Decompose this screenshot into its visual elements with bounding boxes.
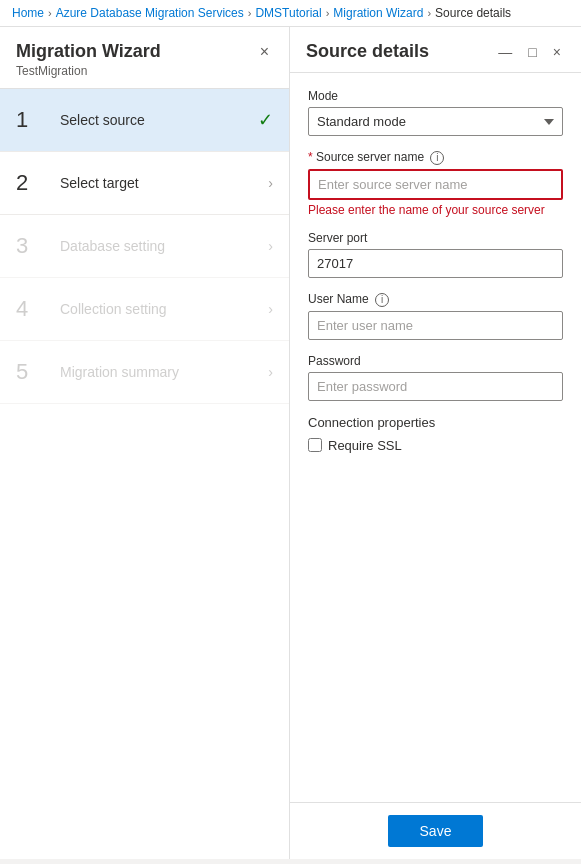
breadcrumb-current: Source details — [435, 6, 511, 20]
wizard-title: Migration Wizard — [16, 41, 161, 62]
step-2-number: 2 — [16, 170, 48, 196]
breadcrumb-wizard[interactable]: Migration Wizard — [333, 6, 423, 20]
header-actions: — □ × — [494, 42, 565, 62]
step-5-label: Migration summary — [60, 364, 260, 380]
password-label: Password — [308, 354, 563, 368]
step-1-number: 1 — [16, 107, 48, 133]
step-5: 5 Migration summary › — [0, 341, 289, 404]
step-1-label: Select source — [60, 112, 250, 128]
wizard-steps: 1 Select source ✓ 2 Select target › 3 Da… — [0, 89, 289, 859]
breadcrumb-home[interactable]: Home — [12, 6, 44, 20]
connection-props-label: Connection properties — [308, 415, 563, 430]
breadcrumb-tutorial[interactable]: DMSTutorial — [255, 6, 321, 20]
username-input[interactable] — [308, 311, 563, 340]
minimize-button[interactable]: — — [494, 42, 516, 62]
step-3-number: 3 — [16, 233, 48, 259]
server-port-input[interactable] — [308, 249, 563, 278]
maximize-button[interactable]: □ — [524, 42, 540, 62]
server-port-group: Server port — [308, 231, 563, 278]
ssl-label: Require SSL — [328, 438, 402, 453]
right-header: Source details — □ × — [290, 27, 581, 73]
breadcrumb: Home › Azure Database Migration Services… — [0, 0, 581, 27]
step-3-arrow-icon: › — [268, 238, 273, 254]
step-4: 4 Collection setting › — [0, 278, 289, 341]
step-3: 3 Database setting › — [0, 215, 289, 278]
right-panel: Source details — □ × Mode Standard mode … — [290, 27, 581, 859]
mode-label: Mode — [308, 89, 563, 103]
step-2-label: Select target — [60, 175, 260, 191]
step-4-label: Collection setting — [60, 301, 260, 317]
server-port-label: Server port — [308, 231, 563, 245]
password-input[interactable] — [308, 372, 563, 401]
breadcrumb-sep-2: › — [248, 7, 252, 19]
step-1-check-icon: ✓ — [258, 109, 273, 131]
right-content: Mode Standard mode Expert mode Source se… — [290, 73, 581, 802]
server-name-group: Source server name i Please enter the na… — [308, 150, 563, 217]
wizard-close-button[interactable]: × — [256, 41, 273, 63]
breadcrumb-dms[interactable]: Azure Database Migration Services — [56, 6, 244, 20]
source-details-title: Source details — [306, 41, 429, 62]
ssl-checkbox[interactable] — [308, 438, 322, 452]
step-4-arrow-icon: › — [268, 301, 273, 317]
password-group: Password — [308, 354, 563, 401]
breadcrumb-sep-3: › — [326, 7, 330, 19]
right-footer: Save — [290, 802, 581, 859]
username-label: User Name i — [308, 292, 563, 307]
breadcrumb-sep-1: › — [48, 7, 52, 19]
main-container: Migration Wizard TestMigration × 1 Selec… — [0, 27, 581, 859]
step-2[interactable]: 2 Select target › — [0, 152, 289, 215]
step-4-number: 4 — [16, 296, 48, 322]
close-button[interactable]: × — [549, 42, 565, 62]
wizard-title-block: Migration Wizard TestMigration — [16, 41, 161, 78]
step-3-label: Database setting — [60, 238, 260, 254]
mode-group: Mode Standard mode Expert mode — [308, 89, 563, 136]
step-2-arrow-icon: › — [268, 175, 273, 191]
server-name-error: Please enter the name of your source ser… — [308, 203, 563, 217]
step-1[interactable]: 1 Select source ✓ — [0, 89, 289, 152]
wizard-header: Migration Wizard TestMigration × — [0, 27, 289, 89]
step-5-arrow-icon: › — [268, 364, 273, 380]
username-info-icon[interactable]: i — [375, 293, 389, 307]
wizard-subtitle: TestMigration — [16, 64, 161, 78]
save-button[interactable]: Save — [388, 815, 484, 847]
mode-select[interactable]: Standard mode Expert mode — [308, 107, 563, 136]
server-name-info-icon[interactable]: i — [430, 151, 444, 165]
step-5-number: 5 — [16, 359, 48, 385]
server-name-label: Source server name i — [308, 150, 563, 165]
username-group: User Name i — [308, 292, 563, 340]
ssl-checkbox-group: Require SSL — [308, 438, 563, 453]
breadcrumb-sep-4: › — [427, 7, 431, 19]
left-panel: Migration Wizard TestMigration × 1 Selec… — [0, 27, 290, 859]
connection-props-group: Connection properties Require SSL — [308, 415, 563, 453]
server-name-input[interactable] — [308, 169, 563, 200]
